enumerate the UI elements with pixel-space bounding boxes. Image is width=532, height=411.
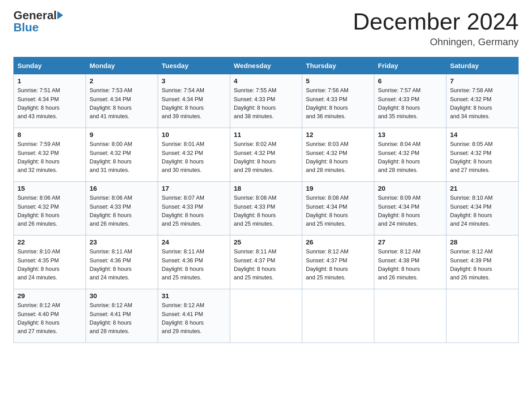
day-number: 8	[17, 131, 82, 138]
calendar-cell: 12 Sunrise: 8:03 AM Sunset: 4:32 PM Dayl…	[302, 128, 374, 182]
calendar-cell: 1 Sunrise: 7:51 AM Sunset: 4:34 PM Dayli…	[14, 74, 86, 128]
calendar-cell: 23 Sunrise: 8:11 AM Sunset: 4:36 PM Dayl…	[86, 235, 158, 289]
day-number: 10	[162, 131, 226, 138]
logo-general-text: General	[13, 9, 57, 22]
day-info: Sunrise: 8:12 AM Sunset: 4:39 PM Dayligh…	[450, 248, 515, 283]
calendar-cell: 8 Sunrise: 7:59 AM Sunset: 4:32 PM Dayli…	[14, 128, 86, 182]
day-number: 22	[17, 238, 82, 246]
calendar-cell: 19 Sunrise: 8:08 AM Sunset: 4:34 PM Dayl…	[302, 182, 374, 235]
day-number: 4	[234, 77, 298, 85]
day-info: Sunrise: 7:59 AM Sunset: 4:32 PM Dayligh…	[17, 140, 82, 175]
weekday-header-sunday: Sunday	[14, 57, 86, 74]
page-header: General Blue December 2024 Ohningen, Ger…	[13, 9, 519, 48]
calendar-cell: 13 Sunrise: 8:04 AM Sunset: 4:32 PM Dayl…	[374, 128, 446, 182]
calendar-cell: 3 Sunrise: 7:54 AM Sunset: 4:34 PM Dayli…	[158, 74, 230, 128]
calendar-cell: 16 Sunrise: 8:06 AM Sunset: 4:33 PM Dayl…	[86, 182, 158, 235]
weekday-header-row: SundayMondayTuesdayWednesdayThursdayFrid…	[14, 57, 519, 74]
day-number: 7	[450, 77, 515, 85]
calendar-week-row: 22 Sunrise: 8:10 AM Sunset: 4:35 PM Dayl…	[14, 235, 519, 289]
calendar-week-row: 29 Sunrise: 8:12 AM Sunset: 4:40 PM Dayl…	[14, 289, 519, 343]
calendar-table: SundayMondayTuesdayWednesdayThursdayFrid…	[13, 57, 519, 343]
calendar-cell: 20 Sunrise: 8:09 AM Sunset: 4:34 PM Dayl…	[374, 182, 446, 235]
calendar-cell	[446, 289, 519, 343]
day-info: Sunrise: 8:11 AM Sunset: 4:36 PM Dayligh…	[90, 248, 154, 283]
weekday-header-monday: Monday	[86, 57, 158, 74]
day-info: Sunrise: 8:12 AM Sunset: 4:37 PM Dayligh…	[306, 248, 370, 283]
day-info: Sunrise: 8:10 AM Sunset: 4:35 PM Dayligh…	[17, 248, 82, 283]
day-info: Sunrise: 7:57 AM Sunset: 4:33 PM Dayligh…	[378, 86, 442, 121]
day-number: 13	[378, 131, 442, 138]
day-info: Sunrise: 8:02 AM Sunset: 4:32 PM Dayligh…	[234, 140, 298, 175]
day-info: Sunrise: 8:04 AM Sunset: 4:32 PM Dayligh…	[378, 140, 442, 175]
calendar-cell: 26 Sunrise: 8:12 AM Sunset: 4:37 PM Dayl…	[302, 235, 374, 289]
calendar-week-row: 8 Sunrise: 7:59 AM Sunset: 4:32 PM Dayli…	[14, 128, 519, 182]
calendar-cell: 31 Sunrise: 8:12 AM Sunset: 4:41 PM Dayl…	[158, 289, 230, 343]
calendar-cell: 10 Sunrise: 8:01 AM Sunset: 4:32 PM Dayl…	[158, 128, 230, 182]
weekday-header-friday: Friday	[374, 57, 446, 74]
calendar-cell: 18 Sunrise: 8:08 AM Sunset: 4:33 PM Dayl…	[230, 182, 302, 235]
day-info: Sunrise: 8:10 AM Sunset: 4:34 PM Dayligh…	[450, 194, 515, 229]
day-number: 1	[17, 77, 82, 85]
day-number: 5	[306, 77, 370, 85]
day-info: Sunrise: 8:12 AM Sunset: 4:40 PM Dayligh…	[17, 301, 82, 336]
day-number: 12	[306, 131, 370, 138]
calendar-cell: 27 Sunrise: 8:12 AM Sunset: 4:38 PM Dayl…	[374, 235, 446, 289]
calendar-cell: 11 Sunrise: 8:02 AM Sunset: 4:32 PM Dayl…	[230, 128, 302, 182]
logo-arrow-icon	[57, 11, 63, 19]
weekday-header-saturday: Saturday	[446, 57, 519, 74]
day-number: 3	[162, 77, 226, 85]
day-info: Sunrise: 7:56 AM Sunset: 4:33 PM Dayligh…	[306, 86, 370, 121]
calendar-cell: 21 Sunrise: 8:10 AM Sunset: 4:34 PM Dayl…	[446, 182, 519, 235]
calendar-cell: 30 Sunrise: 8:12 AM Sunset: 4:41 PM Dayl…	[86, 289, 158, 343]
day-number: 23	[90, 238, 154, 246]
day-info: Sunrise: 7:53 AM Sunset: 4:34 PM Dayligh…	[90, 86, 154, 121]
day-number: 21	[450, 184, 515, 192]
day-number: 6	[378, 77, 442, 85]
day-number: 25	[234, 238, 298, 246]
day-number: 28	[450, 238, 515, 246]
day-info: Sunrise: 8:06 AM Sunset: 4:33 PM Dayligh…	[90, 194, 154, 229]
calendar-cell: 14 Sunrise: 8:05 AM Sunset: 4:32 PM Dayl…	[446, 128, 519, 182]
day-number: 17	[162, 184, 226, 192]
day-info: Sunrise: 8:12 AM Sunset: 4:38 PM Dayligh…	[378, 248, 442, 283]
day-info: Sunrise: 8:05 AM Sunset: 4:32 PM Dayligh…	[450, 140, 515, 175]
day-number: 14	[450, 131, 515, 138]
day-info: Sunrise: 8:00 AM Sunset: 4:32 PM Dayligh…	[90, 140, 154, 175]
calendar-cell: 17 Sunrise: 8:07 AM Sunset: 4:33 PM Dayl…	[158, 182, 230, 235]
calendar-cell: 29 Sunrise: 8:12 AM Sunset: 4:40 PM Dayl…	[14, 289, 86, 343]
weekday-header-tuesday: Tuesday	[158, 57, 230, 74]
day-number: 15	[17, 184, 82, 192]
day-number: 11	[234, 131, 298, 138]
calendar-cell: 9 Sunrise: 8:00 AM Sunset: 4:32 PM Dayli…	[86, 128, 158, 182]
day-number: 30	[90, 292, 154, 300]
calendar-cell	[230, 289, 302, 343]
calendar-cell: 4 Sunrise: 7:55 AM Sunset: 4:33 PM Dayli…	[230, 74, 302, 128]
day-info: Sunrise: 8:08 AM Sunset: 4:34 PM Dayligh…	[306, 194, 370, 229]
calendar-cell: 24 Sunrise: 8:11 AM Sunset: 4:36 PM Dayl…	[158, 235, 230, 289]
day-number: 26	[306, 238, 370, 246]
calendar-cell: 22 Sunrise: 8:10 AM Sunset: 4:35 PM Dayl…	[14, 235, 86, 289]
title-section: December 2024 Ohningen, Germany	[353, 9, 519, 48]
calendar-week-row: 15 Sunrise: 8:06 AM Sunset: 4:32 PM Dayl…	[14, 182, 519, 235]
day-info: Sunrise: 8:08 AM Sunset: 4:33 PM Dayligh…	[234, 194, 298, 229]
calendar-cell: 15 Sunrise: 8:06 AM Sunset: 4:32 PM Dayl…	[14, 182, 86, 235]
day-info: Sunrise: 8:11 AM Sunset: 4:37 PM Dayligh…	[234, 248, 298, 283]
day-number: 19	[306, 184, 370, 192]
calendar-cell: 5 Sunrise: 7:56 AM Sunset: 4:33 PM Dayli…	[302, 74, 374, 128]
calendar-cell: 2 Sunrise: 7:53 AM Sunset: 4:34 PM Dayli…	[86, 74, 158, 128]
logo-blue-text: Blue	[13, 21, 64, 34]
day-number: 2	[90, 77, 154, 85]
calendar-cell	[374, 289, 446, 343]
day-info: Sunrise: 7:55 AM Sunset: 4:33 PM Dayligh…	[234, 86, 298, 121]
day-number: 29	[17, 292, 82, 300]
day-number: 16	[90, 184, 154, 192]
day-info: Sunrise: 7:51 AM Sunset: 4:34 PM Dayligh…	[17, 86, 82, 121]
day-info: Sunrise: 7:54 AM Sunset: 4:34 PM Dayligh…	[162, 86, 226, 121]
calendar-week-row: 1 Sunrise: 7:51 AM Sunset: 4:34 PM Dayli…	[14, 74, 519, 128]
calendar-cell: 6 Sunrise: 7:57 AM Sunset: 4:33 PM Dayli…	[374, 74, 446, 128]
day-number: 20	[378, 184, 442, 192]
day-info: Sunrise: 8:06 AM Sunset: 4:32 PM Dayligh…	[17, 194, 82, 229]
day-info: Sunrise: 8:07 AM Sunset: 4:33 PM Dayligh…	[162, 194, 226, 229]
calendar-cell	[302, 289, 374, 343]
weekday-header-thursday: Thursday	[302, 57, 374, 74]
